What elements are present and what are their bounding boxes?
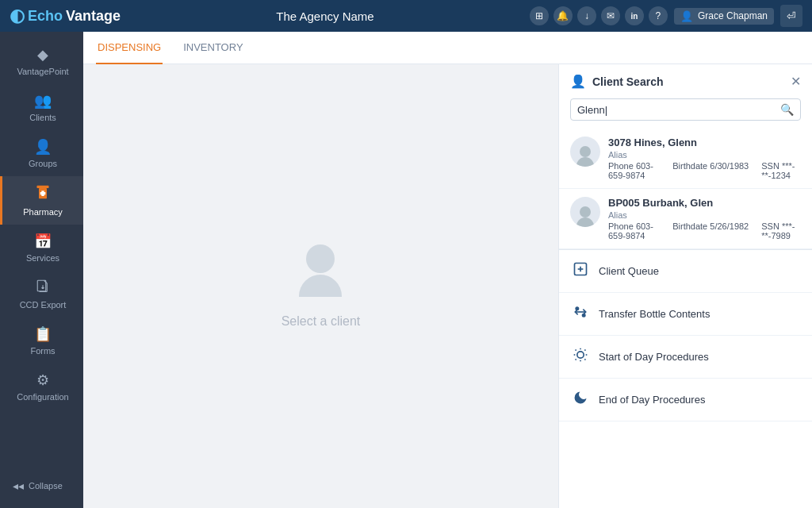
mail-icon[interactable]: ✉ — [601, 6, 620, 25]
logo-vantage: Vantage — [66, 8, 121, 25]
menu-item-start-of-day[interactable]: Start of Day Procedures — [559, 336, 812, 379]
app-logo: ◐ EchoVantage — [10, 6, 121, 26]
download-icon[interactable]: ↓ — [577, 6, 596, 25]
start-of-day-icon — [572, 347, 589, 367]
svg-line-16 — [584, 359, 585, 360]
sidebar-item-vantagepoint[interactable]: ◆ VantagePoint — [0, 38, 83, 84]
main-content: Select a client — [83, 64, 558, 508]
pharmacy-icon — [35, 184, 51, 204]
bell-icon[interactable]: 🔔 — [553, 6, 573, 25]
collapse-button[interactable]: ◂◂ Collapse — [10, 473, 74, 498]
client-queue-icon — [572, 261, 589, 281]
collapse-icon: ◂◂ — [13, 479, 24, 492]
menu-label-start-of-day: Start of Day Procedures — [599, 351, 709, 363]
result-name-hines: 3078 Hines, Glenn — [608, 137, 801, 148]
user-badge[interactable]: 👤 Grace Chapman — [674, 8, 774, 25]
sidebar-label-groups: Groups — [29, 159, 57, 168]
configuration-icon: ⚙ — [36, 371, 49, 389]
groups-icon: 👤 — [34, 138, 52, 156]
close-panel-button[interactable]: ✕ — [791, 74, 801, 89]
header-icons: ⊞ 🔔 ↓ ✉ in ? — [530, 6, 668, 25]
svg-rect-4 — [37, 280, 46, 291]
header-right: ⊞ 🔔 ↓ ✉ in ? 👤 Grace Chapman ⏎ — [530, 5, 802, 27]
sidebar-item-pharmacy[interactable]: Pharmacy — [0, 176, 83, 225]
svg-point-10 — [577, 352, 584, 358]
svg-line-15 — [576, 350, 576, 351]
result-avatar-hines — [570, 137, 600, 167]
search-box: 🔍 — [570, 98, 801, 121]
result-info-burbank: BP005 Burbank, Glen Alias Phone 603-659-… — [608, 197, 801, 241]
vantagepoint-icon: ◆ — [37, 46, 48, 64]
menu-item-transfer-bottle[interactable]: Transfer Bottle Contents — [559, 293, 812, 336]
result-info-hines: 3078 Hines, Glenn Alias Phone 603-659-98… — [608, 137, 801, 180]
sidebar-label-services: Services — [26, 253, 59, 263]
ccd-export-icon — [36, 279, 50, 297]
menu-item-client-queue[interactable]: Client Queue — [559, 250, 812, 293]
select-client-prompt: Select a client — [282, 244, 361, 329]
grid-icon[interactable]: ⊞ — [530, 6, 549, 25]
sidebar-bottom: ◂◂ Collapse — [0, 464, 83, 508]
logo-echo: Echo — [28, 8, 63, 25]
client-search-header: 👤 Client Search ✕ — [559, 64, 812, 98]
menu-item-end-of-day[interactable]: End of Day Procedures — [559, 379, 812, 421]
search-submit-icon[interactable]: 🔍 — [780, 103, 794, 116]
result-avatar-burbank — [570, 197, 600, 227]
svg-line-17 — [576, 359, 576, 360]
forms-icon: 📋 — [34, 325, 52, 343]
result-alias-label-burbank: Alias — [608, 210, 627, 220]
sidebar-label-configuration: Configuration — [17, 392, 68, 402]
search-box-container: 🔍 — [559, 98, 812, 129]
svg-point-8 — [576, 307, 578, 310]
user-icon: 👤 — [680, 10, 693, 22]
result-ssn-hines: SSN ***-**-1234 — [761, 161, 801, 180]
result-birthdate-hines: Birthdate 6/30/1983 — [672, 161, 749, 180]
sidebar-item-services[interactable]: 📅 Services — [0, 225, 83, 271]
client-search-input[interactable] — [577, 104, 776, 116]
sidebar-label-forms: Forms — [30, 346, 55, 356]
sidebar-item-ccd-export[interactable]: CCD Export — [0, 271, 83, 318]
avatar-body — [299, 275, 342, 297]
result-phone-burbank: Phone 603-659-9874 — [608, 221, 660, 241]
main-area: DISPENSING INVENTORY Select a client — [83, 32, 812, 508]
svg-rect-0 — [37, 186, 49, 188]
tab-dispensing[interactable]: DISPENSING — [96, 32, 163, 64]
result-name-burbank: BP005 Burbank, Glen — [608, 197, 801, 209]
svg-line-18 — [584, 350, 585, 351]
tabs-bar: DISPENSING INVENTORY — [83, 32, 812, 64]
sidebar-item-clients[interactable]: 👥 Clients — [0, 84, 83, 130]
agency-title: The Agency Name — [276, 10, 373, 23]
help-icon[interactable]: ? — [649, 6, 668, 25]
sidebar-label-clients: Clients — [29, 113, 56, 122]
logout-button[interactable]: ⏎ — [780, 5, 802, 27]
select-client-text: Select a client — [282, 314, 361, 329]
menu-label-end-of-day: End of Day Procedures — [599, 394, 705, 406]
main-layout: ◆ VantagePoint 👥 Clients 👤 Groups Pharma… — [0, 32, 812, 508]
search-result-burbank[interactable]: BP005 Burbank, Glen Alias Phone 603-659-… — [559, 189, 812, 249]
sidebar-item-groups[interactable]: 👤 Groups — [0, 130, 83, 176]
svg-point-9 — [583, 314, 585, 317]
sidebar-label-pharmacy: Pharmacy — [23, 207, 63, 217]
client-search-header-left: 👤 Client Search — [570, 74, 663, 89]
user-name: Grace Chapman — [698, 10, 768, 21]
search-result-hines[interactable]: 3078 Hines, Glenn Alias Phone 603-659-98… — [559, 129, 812, 189]
right-panel: 👤 Client Search ✕ 🔍 — [558, 64, 812, 508]
result-phone-hines: Phone 603-659-9874 — [608, 161, 660, 180]
result-row-hines-alias: Alias — [608, 150, 801, 160]
sidebar-item-configuration[interactable]: ⚙ Configuration — [0, 364, 83, 410]
clients-icon: 👥 — [34, 92, 52, 110]
tab-inventory[interactable]: INVENTORY — [182, 32, 244, 64]
sidebar-label-ccd-export: CCD Export — [20, 300, 67, 310]
client-search-title: Client Search — [592, 75, 663, 88]
menu-label-client-queue: Client Queue — [599, 265, 659, 277]
avatar-placeholder — [289, 244, 352, 308]
client-search-section: 👤 Client Search ✕ 🔍 — [559, 64, 812, 250]
menu-label-transfer-bottle: Transfer Bottle Contents — [599, 308, 710, 320]
svg-rect-3 — [40, 192, 46, 194]
transfer-bottle-icon — [572, 304, 589, 324]
sidebar-label-vantagepoint: VantagePoint — [17, 67, 68, 76]
sidebar-item-forms[interactable]: 📋 Forms — [0, 318, 83, 364]
result-row-hines-details: Phone 603-659-9874 Birthdate 6/30/1983 S… — [608, 161, 801, 180]
result-birthdate-burbank: Birthdate 5/26/1982 — [672, 221, 749, 241]
linkedin-icon[interactable]: in — [625, 6, 644, 25]
collapse-label: Collapse — [29, 481, 63, 491]
